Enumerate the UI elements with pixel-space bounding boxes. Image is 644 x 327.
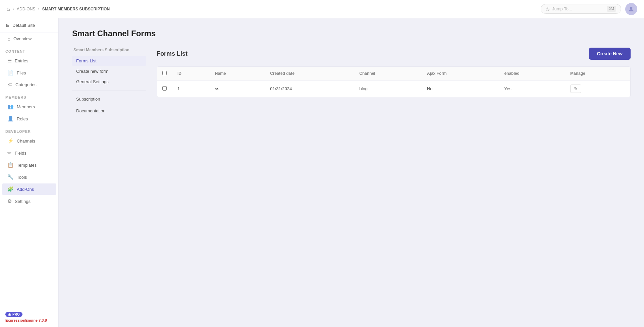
svg-point-0 <box>630 7 633 9</box>
create-new-button[interactable]: Create New <box>589 48 631 60</box>
td-enabled: Yes <box>499 80 565 97</box>
td-manage: ✎ <box>565 80 630 97</box>
table-header-row: ID Name Created date Channel Ajax Form e… <box>157 67 630 80</box>
right-header: Forms List Create New <box>157 48 631 60</box>
jump-to-input[interactable]: ◎ Jump To... ⌘J <box>541 4 621 14</box>
tools-icon: 🔧 <box>7 174 14 180</box>
th-ajax-form: Ajax Form <box>422 67 499 80</box>
main-content: Smart Channel Forms Smart Members Subscr… <box>59 18 644 327</box>
forms-list-title: Forms List <box>157 50 187 57</box>
pro-badge-container: ◉ PRO <box>5 312 53 317</box>
addons-icon: 🧩 <box>7 186 14 192</box>
sidebar-item-channels[interactable]: ⚡ Channels <box>2 135 56 147</box>
page-title: Smart Channel Forms <box>72 29 631 38</box>
sidebar-addons-label: Add-Ons <box>17 187 34 192</box>
table-row: 1 ss 01/31/2024 blog No Yes ✎ <box>157 80 630 97</box>
sidebar-categories-label: Categories <box>15 82 37 87</box>
breadcrumb-current: SMART MEMBERS SUBSCRIPTION <box>42 7 110 11</box>
left-nav-subscription[interactable]: Subscription <box>72 94 146 104</box>
left-nav-general-settings[interactable]: General Settings <box>72 76 146 87</box>
jump-to-shortcut: ⌘J <box>607 6 616 12</box>
sidebar-tools-label: Tools <box>17 175 27 180</box>
td-ajax-form: No <box>422 80 499 97</box>
sidebar-members-section: MEMBERS <box>0 91 58 101</box>
sidebar-item-tools[interactable]: 🔧 Tools <box>2 171 56 183</box>
forms-table-wrapper: ID Name Created date Channel Ajax Form e… <box>157 66 631 97</box>
left-nav-section-title: Smart Members Subscription <box>72 48 146 52</box>
ee-version: ExpressionEngine 7.3.8 <box>5 318 53 322</box>
pro-badge: ◉ PRO <box>5 312 22 317</box>
monitor-icon: 🖥 <box>5 23 10 28</box>
fields-icon: ✏ <box>7 150 12 156</box>
th-channel: Channel <box>354 67 422 80</box>
roles-icon: 👤 <box>7 116 14 122</box>
sidebar-site[interactable]: 🖥 Default Site <box>0 18 58 33</box>
sidebar-roles-label: Roles <box>17 116 28 121</box>
avatar[interactable] <box>625 3 637 15</box>
sidebar-item-settings[interactable]: ⚙ Settings <box>2 196 56 207</box>
sidebar-channels-label: Channels <box>17 139 35 144</box>
sidebar-settings-label: Settings <box>15 199 31 204</box>
td-created-date: 01/31/2024 <box>265 80 354 97</box>
topbar: ⌂ › ADD-ONS › SMART MEMBERS SUBSCRIPTION… <box>0 0 644 18</box>
layout: 🖥 Default Site ⌂ Overview CONTENT ☰ Entr… <box>0 18 644 327</box>
left-nav-documentation[interactable]: Documentation <box>72 106 146 116</box>
row-checkbox[interactable] <box>162 86 167 91</box>
inner-layout: Smart Members Subscription Forms List Cr… <box>72 48 631 116</box>
sidebar-item-templates[interactable]: 📋 Templates <box>2 159 56 171</box>
select-all-checkbox[interactable] <box>162 71 167 75</box>
breadcrumb-sep-2: › <box>38 6 39 11</box>
left-nav: Smart Members Subscription Forms List Cr… <box>72 48 146 116</box>
site-name: Default Site <box>12 23 35 28</box>
sidebar-entries-label: Entries <box>15 58 28 63</box>
th-id: ID <box>172 67 210 80</box>
entries-icon: ☰ <box>7 58 12 64</box>
sidebar-members-label: Members <box>17 104 35 109</box>
sidebar-item-categories[interactable]: 🏷 Categories <box>2 79 56 90</box>
td-channel: blog <box>354 80 422 97</box>
sidebar: 🖥 Default Site ⌂ Overview CONTENT ☰ Entr… <box>0 18 59 327</box>
th-created-date: Created date <box>265 67 354 80</box>
sidebar-item-roles[interactable]: 👤 Roles <box>2 113 56 124</box>
td-checkbox <box>157 80 172 97</box>
sidebar-item-files[interactable]: 📄 Files <box>2 67 56 78</box>
target-icon: ◎ <box>546 6 549 11</box>
left-nav-create-new-form[interactable]: Create new form <box>72 66 146 76</box>
pro-icon: ◉ <box>8 313 11 316</box>
sidebar-item-fields[interactable]: ✏ Fields <box>2 147 56 159</box>
jump-to-label: Jump To... <box>552 6 572 11</box>
templates-icon: 📋 <box>7 162 14 168</box>
sidebar-item-entries[interactable]: ☰ Entries <box>2 55 56 66</box>
forms-table: ID Name Created date Channel Ajax Form e… <box>157 67 630 97</box>
table-body: 1 ss 01/31/2024 blog No Yes ✎ <box>157 80 630 97</box>
left-nav-forms-list[interactable]: Forms List <box>72 56 146 66</box>
sidebar-item-addons[interactable]: 🧩 Add-Ons <box>2 183 56 195</box>
sidebar-content-section: CONTENT <box>0 45 58 55</box>
sidebar-footer: ◉ PRO ExpressionEngine 7.3.8 <box>0 307 58 327</box>
th-checkbox <box>157 67 172 80</box>
sidebar-fields-label: Fields <box>15 151 26 156</box>
categories-icon: 🏷 <box>7 82 12 88</box>
th-manage: Manage <box>565 67 630 80</box>
home-icon[interactable]: ⌂ <box>7 6 10 12</box>
breadcrumb: ⌂ › ADD-ONS › SMART MEMBERS SUBSCRIPTION <box>7 6 110 12</box>
sidebar-files-label: Files <box>17 70 26 75</box>
channels-icon: ⚡ <box>7 138 14 144</box>
sidebar-templates-label: Templates <box>17 163 37 168</box>
edit-button[interactable]: ✎ <box>570 85 581 93</box>
sidebar-overview-label: Overview <box>13 36 32 41</box>
ee-ver: 7.3.8 <box>39 318 47 322</box>
sidebar-item-overview[interactable]: ⌂ Overview <box>2 33 56 44</box>
breadcrumb-addons[interactable]: ADD-ONS <box>17 7 35 11</box>
td-name: ss <box>210 80 265 97</box>
right-content: Forms List Create New ID Name C <box>157 48 631 116</box>
members-icon: 👥 <box>7 104 14 110</box>
files-icon: 📄 <box>7 70 14 76</box>
sidebar-item-members[interactable]: 👥 Members <box>2 101 56 112</box>
th-enabled: enabled <box>499 67 565 80</box>
home-sidebar-icon: ⌂ <box>7 36 10 42</box>
breadcrumb-sep-1: › <box>13 6 14 11</box>
sidebar-developer-section: DEVELOPER <box>0 125 58 135</box>
td-id: 1 <box>172 80 210 97</box>
th-name: Name <box>210 67 265 80</box>
